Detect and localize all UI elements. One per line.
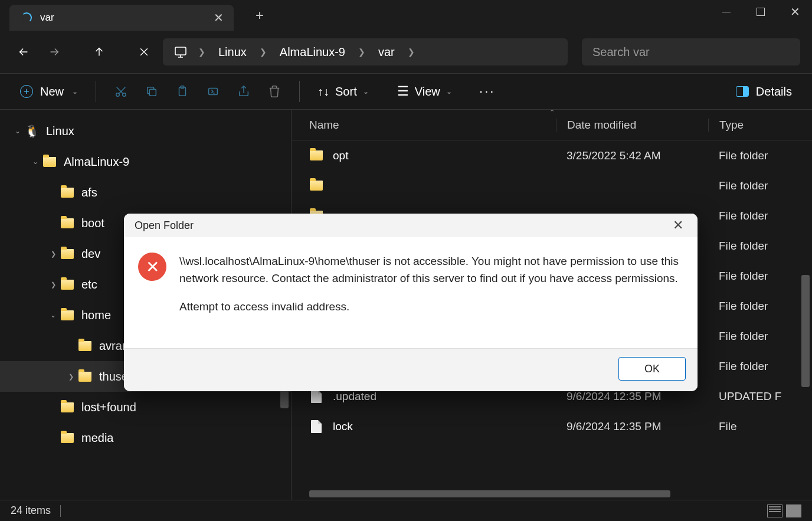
window-close-button[interactable]: ✕ [778, 0, 812, 24]
folder-icon [60, 185, 74, 199]
file-type: File folder [708, 179, 812, 192]
divider [299, 81, 300, 102]
sort-icon: ↑↓ [317, 85, 329, 99]
file-type: File folder [708, 270, 812, 283]
sort-button[interactable]: ↑↓ Sort ⌄ [312, 81, 375, 102]
file-type: File folder [708, 149, 812, 162]
new-button[interactable]: + New ⌄ [14, 81, 84, 102]
error-icon: ✕ [138, 253, 166, 281]
refresh-cancel-button[interactable] [132, 40, 156, 64]
tab-close-button[interactable]: ✕ [210, 9, 227, 26]
new-label: New [40, 85, 64, 99]
dialog-body: ✕ \\wsl.localhost\AlmaLinux-9\home\thuse… [124, 237, 698, 348]
tree-item[interactable]: ⌄🐧Linux [0, 116, 291, 146]
chevron-right-icon[interactable]: ❯ [198, 47, 205, 57]
minimize-button[interactable] [709, 0, 744, 24]
chevron-right-icon[interactable]: ❯ [46, 250, 60, 258]
forward-button[interactable] [42, 40, 66, 64]
delete-button[interactable] [261, 78, 287, 104]
paste-button[interactable] [169, 78, 195, 104]
chevron-down-icon: ⌄ [446, 87, 452, 96]
scrollbar[interactable] [801, 275, 810, 387]
tree-item[interactable]: ❯afs [0, 177, 291, 208]
view-mode-list-button[interactable] [767, 504, 782, 517]
chevron-right-icon[interactable]: ❯ [408, 47, 415, 57]
title-bar: var ✕ + ✕ [0, 0, 812, 31]
maximize-button[interactable] [744, 0, 778, 24]
chevron-down-icon[interactable]: ⌄ [11, 127, 25, 135]
chevron-right-icon[interactable]: ❯ [358, 47, 365, 57]
tree-item[interactable]: ❯media [0, 422, 291, 453]
view-label: View [415, 85, 440, 99]
more-button[interactable]: ··· [474, 78, 500, 104]
column-header-type[interactable]: Type [708, 119, 812, 132]
file-date: 9/6/2024 12:35 PM [556, 390, 708, 403]
chevron-down-icon[interactable]: ⌄ [28, 158, 42, 166]
chevron-right-icon[interactable]: ❯ [260, 47, 267, 57]
view-button[interactable]: ☰ View ⌄ [391, 80, 458, 103]
folder-icon [60, 216, 74, 230]
scrollbar-horizontal[interactable] [309, 490, 670, 497]
chevron-down-icon[interactable]: ⌄ [46, 311, 60, 319]
file-type: File folder [708, 360, 812, 373]
dialog-message-1: \\wsl.localhost\AlmaLinux-9\home\thuser … [179, 253, 683, 287]
breadcrumb-segment[interactable]: AlmaLinux-9 [277, 45, 348, 59]
breadcrumb-segment[interactable]: var [376, 45, 397, 59]
copy-button[interactable] [139, 78, 165, 104]
ok-button[interactable]: OK [618, 357, 686, 381]
breadcrumb-segment[interactable]: Linux [216, 45, 249, 59]
file-type: File folder [708, 300, 812, 313]
folder-icon [60, 400, 74, 414]
file-name: .updated [333, 390, 376, 403]
up-button[interactable] [87, 40, 111, 64]
nav-bar: ❯ Linux ❯ AlmaLinux-9 ❯ var ❯ [0, 31, 812, 73]
chevron-right-icon[interactable]: ❯ [64, 373, 78, 381]
penguin-icon: 🐧 [25, 124, 39, 138]
tree-item-label: media [81, 431, 291, 445]
divider [60, 505, 61, 517]
svg-point-1 [116, 93, 120, 97]
cut-button[interactable] [108, 78, 134, 104]
breadcrumb[interactable]: ❯ Linux ❯ AlmaLinux-9 ❯ var ❯ [163, 38, 568, 65]
share-button[interactable] [231, 78, 257, 104]
details-label: Details [756, 85, 792, 99]
file-icon [309, 389, 323, 404]
loading-spinner-icon [21, 12, 32, 23]
tree-item[interactable]: ❯lost+found [0, 392, 291, 422]
column-header-date[interactable]: Date modified [556, 119, 708, 132]
collapse-chevron-icon[interactable]: ⌃ [549, 109, 555, 116]
folder-icon [42, 155, 57, 169]
dialog-close-button[interactable]: ✕ [669, 217, 687, 234]
tree-item-label: afs [81, 186, 291, 199]
list-row[interactable]: File folder [292, 171, 812, 201]
svg-rect-0 [175, 47, 186, 55]
folder-icon [60, 277, 74, 291]
chevron-down-icon: ⌄ [72, 87, 78, 96]
dialog-message-2: Attempt to access invalid address. [179, 298, 683, 315]
tree-item[interactable]: ⌄AlmaLinux-9 [0, 146, 291, 177]
list-row[interactable]: lock9/6/2024 12:35 PMFile [292, 411, 812, 441]
column-header-name[interactable]: Name [292, 119, 556, 132]
tab[interactable]: var ✕ [9, 5, 234, 31]
svg-point-2 [123, 93, 126, 97]
file-icon [309, 420, 323, 434]
file-type: File folder [708, 209, 812, 222]
list-row[interactable]: opt3/25/2022 5:42 AMFile folder [292, 140, 812, 171]
back-button[interactable] [12, 40, 35, 64]
details-pane-button[interactable]: Details [730, 81, 798, 102]
file-name: opt [333, 149, 348, 162]
folder-icon [60, 431, 74, 445]
view-mode-detail-button[interactable] [786, 504, 801, 517]
file-name: lock [333, 420, 353, 433]
folder-icon [309, 149, 323, 163]
error-dialog: Open Folder ✕ ✕ \\wsl.localhost\AlmaLinu… [124, 214, 698, 391]
search-input[interactable] [582, 38, 800, 65]
view-list-icon: ☰ [397, 84, 409, 99]
folder-icon [309, 179, 323, 193]
file-type: File folder [708, 240, 812, 253]
file-type: UPDATED F [708, 390, 812, 403]
chevron-right-icon[interactable]: ❯ [46, 281, 60, 289]
folder-icon [78, 369, 92, 384]
rename-button[interactable] [200, 78, 226, 104]
new-tab-button[interactable]: + [248, 4, 271, 27]
